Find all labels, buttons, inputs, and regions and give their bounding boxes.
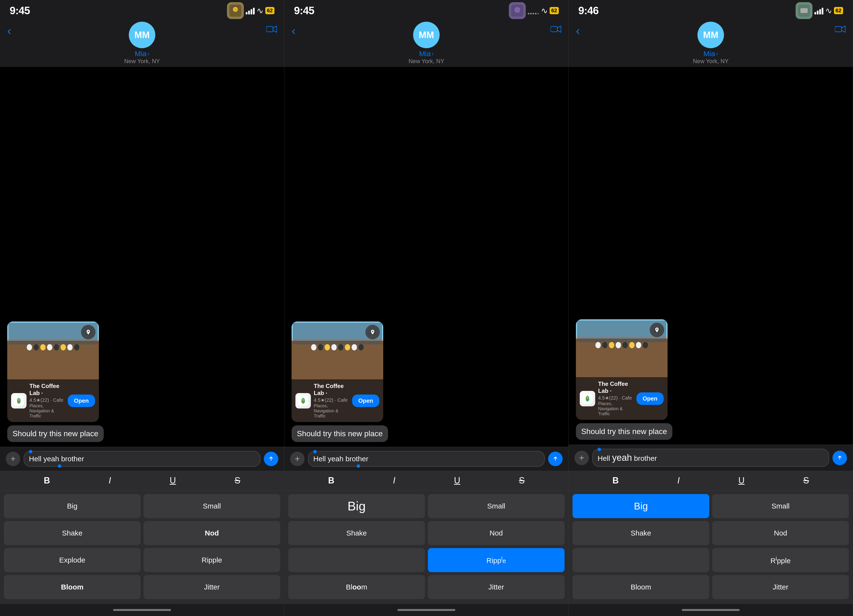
maps-app-icon-3: [580, 391, 595, 406]
plus-button-2[interactable]: +: [290, 452, 305, 466]
active-app-icon-1: [227, 2, 244, 19]
send-button-1[interactable]: [264, 452, 278, 466]
svg-marker-14: [557, 26, 561, 32]
effect-jitter-1[interactable]: Jitter: [144, 575, 280, 599]
effect-shake-1[interactable]: Shake: [4, 521, 141, 545]
map-card-1[interactable]: The Coffee Lab · 4.5★(22) · Cafe Places,…: [7, 321, 99, 422]
map-card-3[interactable]: The Coffee Lab · 4.5★(22) · Cafe Places,…: [576, 319, 668, 420]
input-text-3[interactable]: Hell yeah brother: [598, 453, 824, 463]
format-underline-1[interactable]: U: [166, 474, 179, 487]
effect-small-2[interactable]: Small: [428, 494, 565, 518]
status-bar-3: 9:46 ∿ 62: [569, 0, 853, 19]
format-toolbar-3: B I U S: [569, 471, 853, 491]
open-button-3[interactable]: Open: [636, 392, 664, 405]
home-bar-2: [398, 609, 455, 611]
map-card-title-3: The Coffee Lab ·: [598, 381, 633, 395]
effect-explode-2[interactable]: [288, 548, 425, 572]
open-button-1[interactable]: Open: [68, 395, 95, 407]
pin-button-1[interactable]: [81, 325, 96, 339]
message-bubble-3: Should try this new place: [576, 423, 672, 440]
effect-bloom-2[interactable]: Bloom: [288, 575, 425, 599]
format-strike-2[interactable]: S: [515, 474, 528, 487]
status-bar-1: 9:45 ∿ 62: [0, 0, 284, 19]
plus-button-3[interactable]: +: [574, 451, 589, 465]
effect-nod-1[interactable]: Nod: [144, 521, 280, 545]
video-button-3[interactable]: [835, 24, 845, 36]
effect-big-2[interactable]: Big: [288, 494, 425, 518]
effect-shake-3[interactable]: Shake: [572, 521, 709, 545]
effect-big-label-3: Big: [634, 501, 648, 512]
format-italic-2[interactable]: I: [390, 474, 399, 487]
format-italic-1[interactable]: I: [105, 474, 114, 487]
effect-ripple-3[interactable]: Ripple: [712, 548, 849, 572]
home-bar-1: [113, 609, 171, 611]
send-button-3[interactable]: [832, 451, 847, 465]
send-button-2[interactable]: [548, 452, 563, 466]
cursor-bottom-1: [58, 465, 61, 468]
format-strike-1[interactable]: S: [231, 474, 244, 487]
video-button-2[interactable]: [551, 24, 561, 36]
back-button-2[interactable]: ‹: [291, 24, 296, 38]
svg-point-16: [372, 331, 373, 332]
effect-jitter-3[interactable]: Jitter: [712, 575, 849, 599]
contact-name-3[interactable]: Mia: [703, 50, 715, 58]
avatar-3[interactable]: MM: [697, 22, 724, 48]
effect-big-1[interactable]: Big: [4, 494, 141, 518]
effect-bloom-1[interactable]: Bloom: [4, 575, 141, 599]
message-area-3: The Coffee Lab · 4.5★(22) · Cafe Places,…: [569, 67, 853, 445]
cursor-bottom-2: [357, 465, 360, 468]
effect-nod-2[interactable]: Nod: [428, 521, 565, 545]
format-bold-2[interactable]: B: [325, 474, 338, 487]
video-button-1[interactable]: [266, 24, 277, 36]
effect-shake-2[interactable]: Shake: [288, 521, 425, 545]
open-button-2[interactable]: Open: [352, 395, 379, 407]
input-field-2[interactable]: Hell yeah brother: [308, 451, 545, 467]
back-button-3[interactable]: ‹: [576, 24, 580, 38]
text-selected-2: brother: [345, 455, 368, 463]
status-icons-3: ∿ 62: [795, 2, 843, 19]
back-button-1[interactable]: ‹: [7, 24, 11, 38]
map-card-text-2: The Coffee Lab · 4.5★(22) · Cafe Places,…: [314, 383, 349, 419]
effect-jitter-2[interactable]: Jitter: [428, 575, 565, 599]
pin-button-3[interactable]: [650, 323, 664, 337]
effect-nod-label-1: Nod: [205, 529, 219, 537]
effect-big-label-1: Big: [67, 502, 77, 510]
format-bold-1[interactable]: B: [40, 474, 53, 487]
effect-explode-3[interactable]: [572, 548, 709, 572]
avatar-2[interactable]: MM: [413, 22, 440, 48]
map-card-title-2: The Coffee Lab ·: [314, 383, 349, 397]
effect-bloom-3[interactable]: Bloom: [572, 575, 709, 599]
plus-button-1[interactable]: +: [6, 452, 20, 466]
format-bold-3[interactable]: B: [609, 474, 622, 487]
active-app-icon-3: [795, 2, 812, 19]
map-card-2[interactable]: The Coffee Lab · 4.5★(22) · Cafe Places,…: [291, 321, 383, 422]
text-before-3: Hell: [598, 454, 612, 462]
format-underline-2[interactable]: U: [451, 474, 463, 487]
input-text-1[interactable]: Hell yeah brother: [29, 455, 255, 463]
svg-point-19: [303, 400, 304, 401]
effect-ripple-1[interactable]: Ripple: [144, 548, 280, 572]
wifi-icon-1: ∿: [257, 6, 263, 15]
home-indicator-1: [0, 604, 284, 616]
effect-bloom-label-1: Bloom: [61, 583, 83, 591]
effect-ripple-2[interactable]: Ripple: [428, 548, 565, 572]
effect-big-label-2: Big: [348, 499, 366, 513]
format-strike-3[interactable]: S: [800, 474, 812, 487]
contact-location-2: New York, NY: [408, 58, 444, 65]
effect-explode-1[interactable]: Explode: [4, 548, 141, 572]
input-field-3[interactable]: Hell yeah brother: [592, 449, 829, 467]
status-bar-2: 9:45 ∿ 62: [284, 0, 568, 19]
effect-small-1[interactable]: Small: [144, 494, 280, 518]
effect-big-3[interactable]: Big: [572, 494, 709, 518]
contact-name-1[interactable]: Mia: [135, 50, 146, 58]
contact-name-2[interactable]: Mia: [419, 50, 431, 58]
pin-button-2[interactable]: [365, 325, 380, 339]
input-text-2[interactable]: Hell yeah brother: [313, 455, 539, 463]
avatar-1[interactable]: MM: [129, 22, 155, 48]
input-field-1[interactable]: Hell yeah brother: [24, 451, 261, 467]
svg-marker-24: [842, 26, 845, 32]
format-italic-3[interactable]: I: [674, 474, 683, 487]
format-underline-3[interactable]: U: [735, 474, 748, 487]
effect-small-3[interactable]: Small: [712, 494, 849, 518]
effect-nod-3[interactable]: Nod: [712, 521, 849, 545]
